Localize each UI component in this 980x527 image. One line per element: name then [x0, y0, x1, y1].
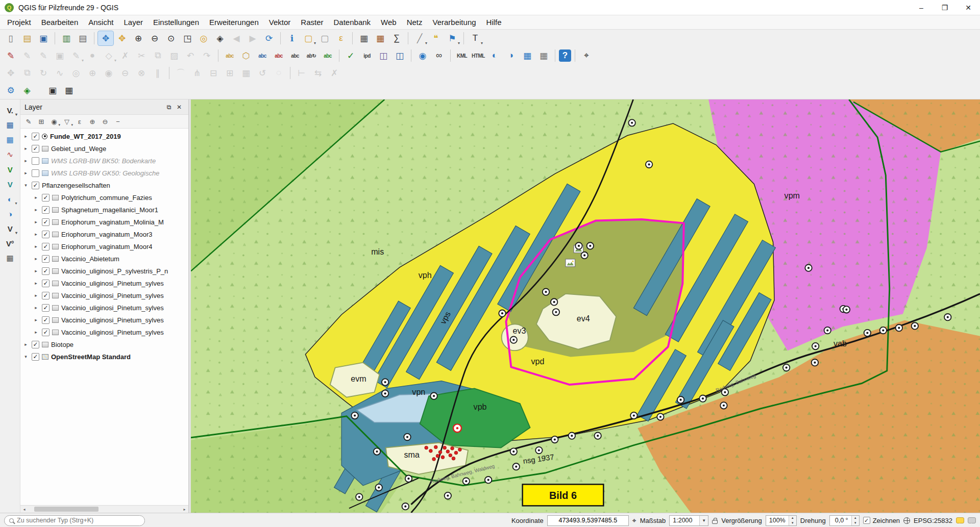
- vector-tool-teal-button[interactable]: V: [3, 178, 17, 191]
- layer-tree-row[interactable]: ▸ WMS LGRB-BW BK50: Bodenkarte: [20, 155, 188, 167]
- layer-label[interactable]: Vaccinio_uliginosi_Pinetum_sylves: [61, 292, 164, 299]
- metasearch-button[interactable]: ◉: [415, 48, 430, 63]
- grid-tools-blue-a-button[interactable]: ▦: [3, 118, 17, 132]
- save-project-button[interactable]: ▣: [36, 31, 51, 45]
- processing-toolbox-button[interactable]: ⚙: [3, 83, 18, 97]
- layer-visibility-checkbox[interactable]: [42, 206, 50, 214]
- filter-by-expression-button[interactable]: ε: [74, 116, 85, 127]
- fill-ring-button[interactable]: ◉: [101, 66, 116, 80]
- globe-add-button[interactable]: ◐: [3, 192, 17, 206]
- menu-item[interactable]: Einstellungen: [148, 15, 204, 29]
- expander-icon[interactable]: ▸: [33, 293, 39, 298]
- layer-tree-row[interactable]: ▸ Vaccinio_uliginosi_Pinetum_sylves: [20, 289, 188, 302]
- open-layer-styling-button[interactable]: ✎: [23, 116, 34, 127]
- layer-visibility-checkbox[interactable]: [42, 231, 50, 238]
- expander-icon[interactable]: ▸: [33, 317, 39, 322]
- attribute-grid-button[interactable]: ▦: [3, 252, 17, 265]
- expander-icon[interactable]: ▸: [33, 219, 39, 224]
- vector-dropdown-button[interactable]: V: [3, 222, 17, 235]
- expander-icon[interactable]: ▸: [22, 342, 29, 347]
- crs-globe-icon[interactable]: [903, 517, 910, 524]
- locator-search[interactable]: [4, 515, 145, 526]
- expander-icon[interactable]: ▸: [22, 170, 29, 175]
- select-features-button[interactable]: ▢: [301, 31, 316, 45]
- expander-icon[interactable]: ▸: [33, 207, 39, 212]
- grid-tools-a-button[interactable]: ▦: [520, 48, 535, 63]
- layer-tree-row[interactable]: ▸ Vaccinio_uliginosi_Pinetum_sylves: [20, 277, 188, 289]
- spin-buttons[interactable]: ▲▼: [851, 516, 859, 525]
- chevron-down-icon[interactable]: ▼: [699, 516, 708, 525]
- menu-item[interactable]: Datenbank: [329, 15, 376, 29]
- split-features-button[interactable]: ⋔: [189, 66, 205, 80]
- merge-attributes-button[interactable]: ▦: [238, 66, 254, 80]
- expander-icon[interactable]: ▾: [22, 183, 29, 188]
- identify-features-button[interactable]: ℹ: [284, 31, 300, 45]
- zoom-next-button[interactable]: ▶: [245, 31, 260, 45]
- kml-tools-button[interactable]: KML: [454, 48, 470, 63]
- expander-icon[interactable]: ▸: [22, 146, 29, 151]
- layer-visibility-checkbox[interactable]: [32, 157, 39, 165]
- layout-manager-button[interactable]: ▤: [75, 31, 90, 45]
- trim-extend-button[interactable]: ⊢: [294, 66, 309, 80]
- zoom-to-layer-button[interactable]: ◈: [212, 31, 228, 45]
- digitizing-dock-button[interactable]: ✎: [19, 48, 35, 63]
- menu-item[interactable]: Raster: [296, 15, 328, 29]
- ipd-tools-button[interactable]: ipd: [359, 48, 375, 63]
- html-tools-button[interactable]: HTML: [471, 48, 486, 63]
- delete-part-button[interactable]: ⊗: [134, 66, 149, 80]
- layer-label[interactable]: Gebiet_und_Wege: [51, 145, 106, 153]
- expander-icon[interactable]: ▸: [33, 330, 39, 335]
- layer-visibility-checkbox[interactable]: [42, 329, 50, 336]
- layer-visibility-checkbox[interactable]: [32, 182, 39, 189]
- layer-tree-row[interactable]: ▾ OpenStreetMap Standard: [20, 350, 188, 363]
- globe-view-b-button[interactable]: ◑: [503, 48, 519, 63]
- add-group-button[interactable]: ⊞: [36, 116, 47, 127]
- pan-map-button[interactable]: ✥: [98, 31, 113, 45]
- new-spatial-bookmark-button[interactable]: ⚑: [445, 31, 460, 45]
- layer-label[interactable]: Vaccinio_Abietetum: [61, 255, 119, 263]
- minimize-button[interactable]: –: [910, 0, 933, 15]
- menu-item[interactable]: Verarbeitung: [428, 15, 481, 29]
- menu-item[interactable]: Projekt: [2, 15, 36, 29]
- add-feature-button[interactable]: ●: [85, 48, 100, 63]
- layer-tree-row[interactable]: ▸ Sphagnetum_magellanici_Moor1: [20, 204, 188, 216]
- new-print-layout-button[interactable]: ▥: [59, 31, 74, 45]
- refresh-map-button[interactable]: ⟳: [261, 31, 277, 45]
- style-dock-button[interactable]: ✎: [3, 48, 18, 63]
- layer-tree-row[interactable]: ▸ Biotope: [20, 338, 188, 350]
- globe-view-a-button[interactable]: ◐: [487, 48, 502, 63]
- zoom-to-selection-button[interactable]: ◎: [196, 31, 211, 45]
- magnifier-spinbox[interactable]: 100% ▲▼: [766, 515, 797, 526]
- crs-value[interactable]: EPSG:25832: [914, 517, 952, 524]
- select-by-expression-button[interactable]: ε: [333, 31, 349, 45]
- render-checkbox[interactable]: ✓: [863, 517, 870, 524]
- undo-button[interactable]: ↶: [183, 48, 198, 63]
- render-toggle[interactable]: ✓ Zeichnen: [863, 517, 900, 524]
- pan-to-selection-button[interactable]: ✥: [114, 31, 130, 45]
- scroll-left-icon[interactable]: ◂: [20, 506, 28, 513]
- maximize-button[interactable]: ❐: [933, 0, 957, 15]
- import-geotagged-photos-button[interactable]: ▣: [45, 83, 60, 97]
- layer-tree-row[interactable]: ▸ Eriophorum_vaginatum_Molinia_M: [20, 216, 188, 228]
- scrollbar-track[interactable]: [28, 506, 181, 513]
- expander-icon[interactable]: ▸: [22, 134, 29, 139]
- new-project-button[interactable]: ▯: [3, 31, 18, 45]
- statistical-summary-button[interactable]: ∑: [389, 31, 404, 45]
- layer-tree-row[interactable]: ▸ Vaccinio_Abietetum: [20, 253, 188, 265]
- menu-item[interactable]: Vektor: [264, 15, 296, 29]
- layer-label[interactable]: WMS LGRB-BW BK50: Bodenkarte: [51, 157, 156, 165]
- expander-icon[interactable]: ▸: [33, 281, 39, 286]
- layer-tree-row[interactable]: ▸ Gebiet_und_Wege: [20, 142, 188, 155]
- vector-tool-green-button[interactable]: V: [3, 163, 17, 176]
- layer-visibility-checkbox[interactable]: [42, 280, 50, 287]
- merge-features-button[interactable]: ⊞: [222, 66, 237, 80]
- azimuth-measure-button[interactable]: ⌖: [579, 48, 594, 63]
- rotate-point-symbols-button[interactable]: ↺: [255, 66, 270, 80]
- messages-bubble-icon[interactable]: [956, 517, 964, 523]
- layer-tree-row[interactable]: ▸ Vaccinio_uliginosi_Pinetum_sylves: [20, 326, 188, 338]
- map-tips-button[interactable]: ❝: [428, 31, 444, 45]
- layer-visibility-checkbox[interactable]: [42, 255, 50, 263]
- layers-panel-hscrollbar[interactable]: ◂ ▸: [20, 505, 188, 513]
- move-feature-button[interactable]: ✥: [3, 66, 18, 80]
- collapse-all-button[interactable]: ⊖: [100, 116, 111, 127]
